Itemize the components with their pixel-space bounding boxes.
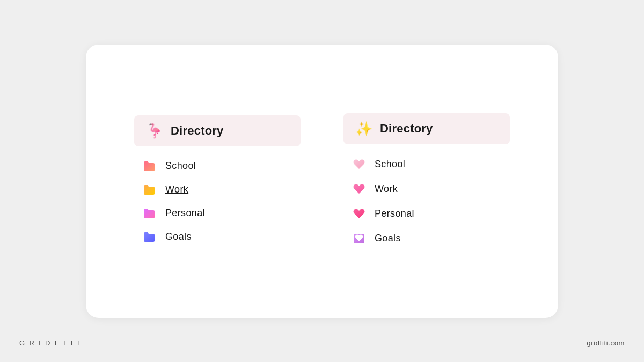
main-card: 🦩 Directory School	[86, 45, 558, 318]
heart-icon-goals-right	[352, 232, 367, 245]
list-item[interactable]: School	[347, 154, 507, 175]
list-item[interactable]: Personal	[347, 203, 507, 225]
folder-icon-goals-left	[143, 231, 158, 243]
item-label-school-right: School	[375, 159, 405, 170]
list-item[interactable]: Goals	[347, 228, 507, 249]
directory-title-left: Directory	[171, 124, 224, 138]
heart-icon-work-right	[352, 183, 367, 196]
branding-left: G R I D F I T I	[19, 339, 82, 347]
directory-list-right: School Work	[343, 154, 510, 249]
branding-right: gridfiti.com	[587, 339, 625, 347]
heart-icon-school-right	[352, 158, 367, 171]
directory-panel-right: ✨ Directory School	[343, 113, 510, 249]
directory-header-left: 🦩 Directory	[134, 115, 301, 146]
folder-icon-personal-left	[143, 208, 158, 219]
folder-icon-work-left	[143, 184, 158, 196]
item-label-goals-left: Goals	[165, 231, 192, 242]
item-label-goals-right: Goals	[375, 233, 401, 244]
directory-list-left: School Work	[134, 156, 301, 247]
list-item[interactable]: Work	[347, 179, 507, 200]
heart-icon-personal-right	[352, 208, 367, 220]
item-label-work-right: Work	[375, 183, 398, 195]
list-item[interactable]: Personal	[137, 203, 297, 224]
item-label-school-left: School	[165, 160, 196, 172]
item-label-personal-left: Personal	[165, 208, 205, 219]
list-item[interactable]: Work	[137, 180, 297, 200]
list-item[interactable]: School	[137, 156, 297, 176]
flamingo-icon: 🦩	[146, 124, 163, 138]
list-item[interactable]: Goals	[137, 227, 297, 247]
directory-title-right: Directory	[380, 122, 433, 136]
item-label-work-left: Work	[165, 184, 188, 195]
sparkle-icon: ✨	[355, 122, 372, 136]
folder-icon-school-left	[143, 160, 158, 172]
directory-panel-left: 🦩 Directory School	[134, 115, 301, 247]
directory-header-right: ✨ Directory	[343, 113, 510, 144]
item-label-personal-right: Personal	[375, 208, 414, 219]
